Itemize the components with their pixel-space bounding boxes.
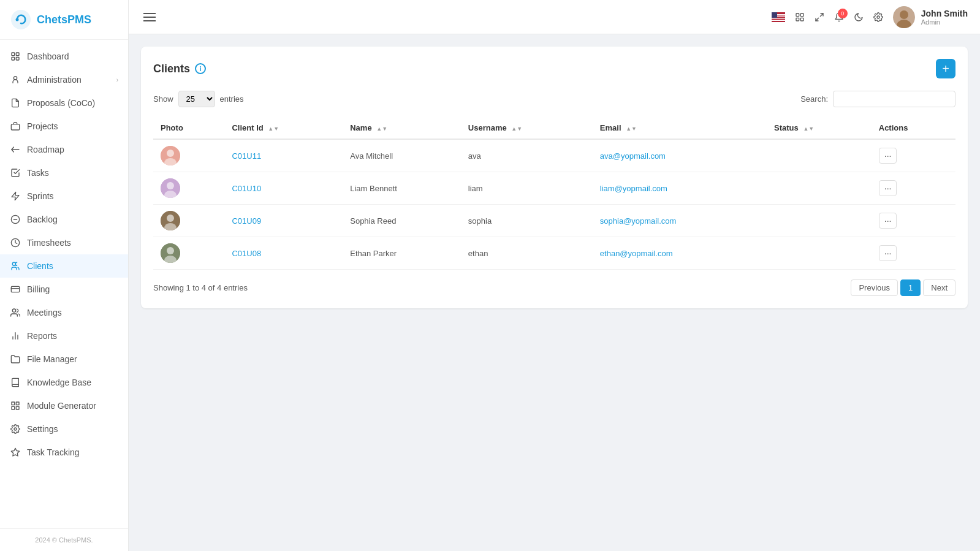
svg-line-37 [816, 18, 819, 21]
page-1-button[interactable]: 1 [900, 279, 921, 296]
email-link-3[interactable]: ethan@yopmail.com [600, 249, 673, 258]
task-tracking-icon [10, 447, 21, 458]
sidebar-item-timesheets[interactable]: Timesheets [0, 231, 128, 254]
col-username[interactable]: Username ▲▼ [461, 117, 593, 139]
sidebar-item-settings[interactable]: Settings [0, 417, 128, 441]
page-title: Clients [153, 63, 190, 75]
col-name[interactable]: Name ▲▼ [343, 117, 461, 139]
sidebar-item-dashboard[interactable]: Dashboard [0, 45, 128, 68]
sidebar-item-file-manager[interactable]: File Manager [0, 348, 128, 371]
chevron-right-icon: › [116, 77, 118, 83]
logo-text: ChetsPMS [37, 13, 91, 26]
svg-point-52 [167, 247, 174, 254]
cell-username-0: ava [461, 139, 593, 172]
svg-rect-4 [12, 57, 15, 60]
col-client-id[interactable]: Client Id ▲▼ [224, 117, 343, 139]
sidebar-footer: 2024 © ChetsPMS. [0, 528, 128, 551]
next-button[interactable]: Next [923, 279, 955, 296]
email-link-2[interactable]: sophia@yopmail.com [600, 216, 676, 226]
hamburger-menu[interactable] [141, 10, 158, 24]
user-info[interactable]: John Smith Admin [893, 6, 968, 28]
fullscreen-icon[interactable] [815, 12, 824, 22]
previous-button[interactable]: Previous [851, 279, 898, 296]
entries-select[interactable]: 10 25 50 100 [178, 91, 215, 107]
avatar-1 [161, 178, 180, 198]
module-generator-icon [10, 400, 21, 411]
svg-rect-28 [772, 18, 785, 19]
svg-rect-5 [16, 57, 19, 60]
clients-card: Clients i + Show 10 25 50 100 entries [141, 47, 968, 308]
actions-button-1[interactable]: ··· [879, 180, 897, 196]
sidebar-item-reports[interactable]: Reports [0, 324, 128, 348]
cell-photo-0 [153, 139, 224, 172]
apps-grid-icon[interactable] [795, 12, 805, 22]
table-row: C01U08 Ethan Parker ethan ethan@yopmail.… [153, 237, 955, 270]
proposals-icon [10, 97, 21, 108]
sidebar-item-billing[interactable]: Billing [0, 278, 128, 301]
svg-rect-22 [12, 406, 15, 409]
cell-email-2: sophia@yopmail.com [593, 205, 767, 237]
cell-actions-1: ··· [872, 172, 955, 205]
actions-button-3[interactable]: ··· [879, 245, 897, 261]
sidebar-label-knowledge-base: Knowledge Base [27, 378, 91, 387]
sidebar-item-proposals[interactable]: Proposals (CoCo) [0, 91, 128, 115]
sidebar-item-knowledge-base[interactable]: Knowledge Base [0, 371, 128, 394]
sidebar-item-meetings[interactable]: Meetings [0, 301, 128, 324]
sidebar-label-meetings: Meetings [27, 308, 62, 317]
add-client-button[interactable]: + [936, 59, 955, 78]
svg-rect-32 [796, 13, 799, 17]
client-id-link-3[interactable]: C01U08 [232, 249, 261, 258]
client-id-link-0[interactable]: C01U11 [232, 151, 261, 161]
cell-name-0: Ava Mitchell [343, 139, 461, 172]
svg-line-36 [820, 13, 823, 17]
svg-point-0 [11, 10, 31, 29]
sidebar-item-roadmap[interactable]: Roadmap [0, 138, 128, 161]
svg-point-46 [167, 182, 174, 189]
sidebar-item-projects[interactable]: Projects [0, 115, 128, 138]
sidebar-item-sprints[interactable]: Sprints [0, 184, 128, 208]
language-selector[interactable] [772, 12, 785, 22]
sidebar-label-task-tracking: Task Tracking [27, 447, 80, 457]
logo[interactable]: ChetsPMS [0, 0, 128, 40]
col-email[interactable]: Email ▲▼ [593, 117, 767, 139]
user-role: Admin [921, 18, 968, 26]
col-status[interactable]: Status ▲▼ [767, 117, 872, 139]
cell-email-3: ethan@yopmail.com [593, 237, 767, 270]
sprints-icon [10, 191, 21, 202]
user-details: John Smith Admin [921, 9, 968, 26]
col-photo[interactable]: Photo [153, 117, 224, 139]
svg-point-24 [14, 428, 17, 430]
client-id-link-2[interactable]: C01U09 [232, 216, 261, 226]
sidebar-item-task-tracking[interactable]: Task Tracking [0, 441, 128, 464]
topbar-right: 0 John Smith [772, 6, 968, 28]
svg-point-40 [900, 10, 908, 19]
svg-rect-34 [796, 18, 799, 21]
sidebar-item-clients[interactable]: Clients [0, 254, 128, 278]
settings-gear-icon[interactable] [873, 12, 883, 22]
sidebar-item-module-generator[interactable]: Module Generator [0, 394, 128, 417]
user-name: John Smith [921, 9, 968, 18]
sidebar-item-tasks[interactable]: Tasks [0, 161, 128, 184]
dark-mode-icon[interactable] [854, 12, 864, 22]
email-link-1[interactable]: liam@yopmail.com [600, 184, 667, 193]
actions-button-0[interactable]: ··· [879, 148, 897, 164]
client-id-link-1[interactable]: C01U10 [232, 184, 261, 193]
sidebar-item-administration[interactable]: Administration › [0, 68, 128, 91]
email-link-0[interactable]: ava@yopmail.com [600, 151, 666, 161]
table-row: C01U11 Ava Mitchell ava ava@yopmail.com … [153, 139, 955, 172]
cell-photo-3 [153, 237, 224, 270]
cell-email-0: ava@yopmail.com [593, 139, 767, 172]
actions-button-2[interactable]: ··· [879, 213, 897, 229]
info-icon[interactable]: i [195, 63, 206, 74]
cell-actions-3: ··· [872, 237, 955, 270]
avatar [893, 6, 915, 28]
search-input[interactable] [833, 91, 955, 107]
svg-rect-20 [12, 402, 15, 405]
clients-table: Photo Client Id ▲▼ Name ▲▼ Username ▲▼ E… [153, 117, 955, 270]
notifications-icon[interactable]: 0 [834, 12, 844, 22]
avatar-2 [161, 211, 180, 230]
svg-rect-35 [800, 18, 803, 21]
sidebar-item-backlog[interactable]: Backlog [0, 208, 128, 231]
svg-rect-7 [11, 124, 19, 130]
cell-status-3 [767, 237, 872, 270]
